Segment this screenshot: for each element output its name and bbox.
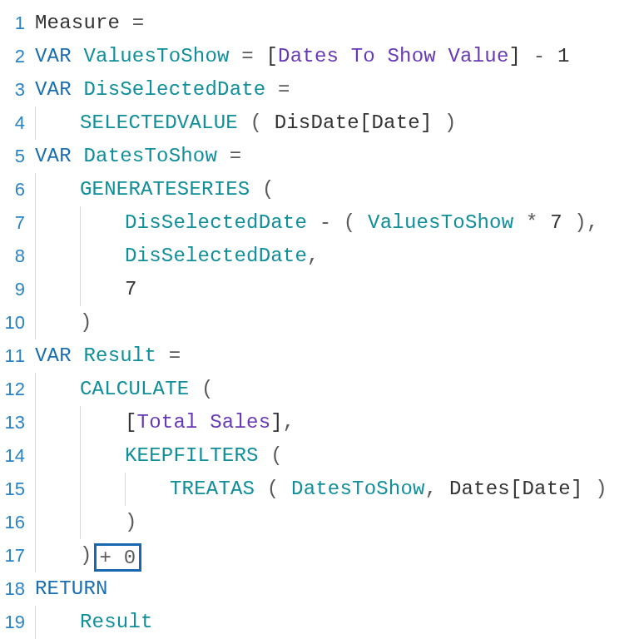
code-line: 6 GENERATESERIES ( [0, 173, 644, 206]
line-number: 1 [0, 7, 28, 40]
indent-guide [35, 240, 80, 273]
token-paren: ( [238, 111, 275, 134]
code-line: 5 VAR DatesToShow = [0, 140, 644, 173]
line-number: 14 [0, 439, 28, 473]
indent-guide [35, 606, 80, 639]
token-operator: - [307, 211, 344, 234]
token-variable: DisSelectedDate [83, 78, 265, 101]
code-content[interactable]: )+ 0 [28, 539, 141, 572]
code-content[interactable]: CALCULATE ( [28, 373, 214, 406]
token-number: 7 [125, 278, 137, 300]
code-content[interactable]: KEEPFILTERS ( [28, 439, 283, 473]
line-number: 15 [0, 473, 28, 506]
token-paren: ( [344, 211, 368, 234]
indent-guide [35, 506, 80, 539]
indent-guide [80, 273, 125, 306]
indent-guide [35, 406, 80, 439]
token-comma: , [283, 411, 295, 433]
code-content[interactable]: 7 [28, 273, 137, 306]
code-content[interactable]: SELECTEDVALUE ( DisDate[Date] ) [28, 107, 457, 140]
code-content[interactable]: ) [28, 506, 137, 539]
token-operator: = [120, 12, 144, 34]
line-number: 10 [0, 306, 28, 339]
token-variable: Result [80, 611, 153, 633]
token-function: GENERATESERIES [80, 178, 250, 201]
code-content[interactable]: DisSelectedDate - ( ValuesToShow * 7 ), [28, 206, 599, 240]
code-line: 8 DisSelectedDate, [0, 240, 644, 273]
code-content[interactable]: Result [28, 606, 153, 639]
indent-guide [35, 173, 80, 206]
code-line: 18 RETURN [0, 572, 644, 606]
code-content[interactable]: [Total Sales], [28, 406, 295, 439]
token-paren: ) [80, 311, 92, 334]
token-bracket: [ [359, 111, 372, 134]
code-line: 3 VAR DisSelectedDate = [0, 73, 644, 107]
code-content[interactable]: RETURN [28, 572, 108, 606]
code-content[interactable]: VAR DatesToShow = [28, 140, 241, 173]
token-bracket: [ [265, 45, 278, 67]
token-operator: = [217, 145, 241, 167]
token-paren: ) [562, 211, 587, 234]
token-keyword: VAR [35, 45, 72, 67]
token-column: Date [371, 111, 419, 134]
line-number: 12 [0, 373, 28, 406]
line-number: 8 [0, 240, 28, 273]
indent-guide [35, 473, 80, 506]
code-content[interactable]: VAR Result = [28, 339, 181, 373]
indent-guide [80, 506, 125, 539]
token-variable: ValuesToShow [368, 211, 513, 234]
code-line: 2 VAR ValuesToShow = [Dates To Show Valu… [0, 40, 644, 73]
line-number: 13 [0, 406, 28, 439]
token-paren: ) [125, 511, 137, 533]
indent-guide [35, 206, 80, 240]
line-number: 16 [0, 506, 28, 539]
code-line: 1 Measure = [0, 7, 644, 40]
dax-code-editor[interactable]: 1 Measure = 2 VAR ValuesToShow = [Dates … [0, 0, 644, 639]
token-number: 7 [550, 211, 562, 234]
token-measure: Dates To Show Value [278, 45, 508, 67]
indent-guide [80, 439, 125, 473]
code-content[interactable]: ) [28, 306, 92, 339]
token-bracket: ] [270, 411, 283, 433]
highlight-annotation: + 0 [94, 543, 142, 572]
code-line: 12 CALCULATE ( [0, 373, 644, 406]
token-table: Dates [449, 478, 510, 500]
token-function: CALCULATE [80, 378, 189, 400]
line-number: 5 [0, 140, 28, 173]
code-line: 15 TREATAS ( DatesToShow, Dates[Date] ) [0, 473, 644, 506]
line-number: 18 [0, 572, 28, 606]
token-paren: ( [259, 444, 283, 467]
token-keyword: RETURN [35, 577, 108, 600]
token-paren: ) [80, 544, 92, 567]
code-content[interactable]: VAR ValuesToShow = [Dates To Show Value]… [28, 40, 570, 73]
token-bracket: ] [571, 478, 583, 500]
token-operator: = [156, 344, 181, 367]
code-line: 11 VAR Result = [0, 339, 644, 373]
code-content[interactable]: GENERATESERIES ( [28, 173, 275, 206]
token-variable: DisSelectedDate [125, 245, 307, 267]
token-comma: , [425, 478, 449, 500]
code-content[interactable]: DisSelectedDate, [28, 240, 320, 273]
code-content[interactable]: Measure = [28, 7, 144, 40]
token-function: KEEPFILTERS [125, 444, 259, 467]
code-line: 7 DisSelectedDate - ( ValuesToShow * 7 )… [0, 206, 644, 240]
code-line: 4 SELECTEDVALUE ( DisDate[Date] ) [0, 107, 644, 140]
indent-guide [80, 406, 125, 439]
code-line: 19 Result [0, 606, 644, 639]
token-bracket: [ [510, 478, 523, 500]
indent-guide [80, 240, 125, 273]
token-bracket: ] [509, 45, 522, 67]
code-content[interactable]: TREATAS ( DatesToShow, Dates[Date] ) [28, 473, 607, 506]
token-variable: Result [83, 344, 156, 367]
token-function: TREATAS [170, 478, 255, 500]
token-bracket: ] [420, 111, 433, 134]
code-content[interactable]: VAR DisSelectedDate = [28, 73, 290, 107]
token-operator: - [521, 45, 557, 67]
token-number: 1 [557, 45, 570, 67]
token-measure: Total Sales [137, 411, 271, 433]
token-table: DisDate [275, 111, 359, 134]
indent-guide [35, 107, 80, 140]
indent-guide [80, 473, 125, 506]
line-number: 19 [0, 606, 28, 639]
token-keyword: VAR [35, 344, 72, 367]
